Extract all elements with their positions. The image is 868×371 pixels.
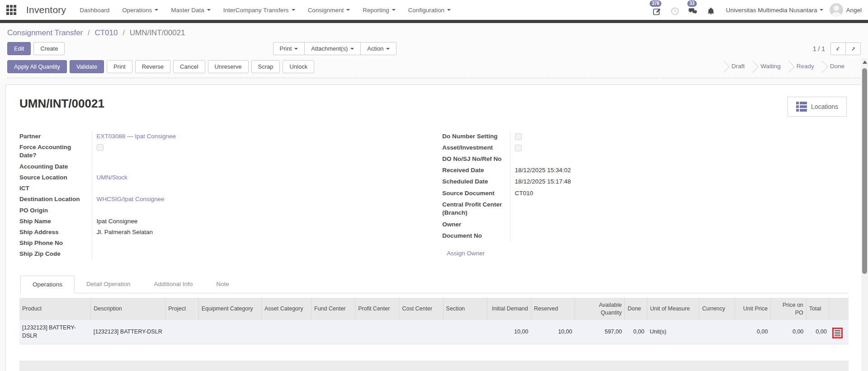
field-ship-phone: Ship Phone No — [19, 238, 434, 249]
field-destination-location: Destination Location WHCSIG/Ipat Consign… — [19, 194, 434, 205]
do-no-value — [510, 154, 724, 165]
field-ship-name: Ship Name Ipat Consignee — [19, 216, 434, 227]
action-dropdown-button[interactable]: Action — [360, 42, 396, 55]
tab-additional-info[interactable]: Additional Info — [142, 276, 205, 293]
tab-detail-operation[interactable]: Detail Operation — [75, 276, 142, 293]
menu-intercompany-transfers[interactable]: InterCompany Transfers — [223, 7, 295, 14]
cell-currency[interactable] — [699, 320, 735, 344]
field-accounting-date: Accounting Date — [19, 161, 434, 172]
table-row[interactable]: [1232123] BATTERY-DSLR [1232123] BATTERY… — [19, 320, 849, 344]
tab-operations[interactable]: Operations — [20, 276, 75, 293]
col-project[interactable]: Project — [165, 298, 198, 320]
scrollbar-thumb[interactable] — [862, 68, 867, 274]
col-fund-center[interactable]: Fund Center — [311, 298, 355, 320]
navbar-bottom-strip — [0, 20, 868, 23]
control-panel: Consignment Transfer / CT010 / UMN/INT/0… — [0, 23, 868, 78]
col-total[interactable]: Total — [806, 298, 829, 320]
col-currency[interactable]: Currency — [699, 298, 735, 320]
partner-link[interactable]: EXT03088 — Ipat Consignee — [92, 131, 434, 142]
company-switcher[interactable]: Universitas Multimedia Nusantara — [726, 7, 824, 14]
edit-button[interactable]: Edit — [7, 42, 31, 55]
col-asset-category[interactable]: Asset Category — [262, 298, 311, 320]
assign-owner-link[interactable]: Assign Owner — [447, 249, 485, 258]
cell-profit-center[interactable] — [355, 320, 399, 344]
menu-configuration[interactable]: Configuration — [408, 7, 451, 14]
pager-next-button[interactable] — [845, 42, 861, 55]
menu-reporting[interactable]: Reporting — [363, 7, 396, 14]
apps-menu-icon[interactable] — [6, 5, 16, 15]
cell-initial-demand[interactable]: 10,00 — [487, 320, 531, 344]
compose-message-icon[interactable]: 378 — [651, 4, 663, 16]
col-unit-of-measure[interactable]: Unit of Measure — [647, 298, 699, 320]
messages-icon[interactable]: 33 — [687, 4, 699, 16]
breadcrumb-ct010[interactable]: CT010 — [94, 28, 118, 37]
source-document-value: CT010 — [510, 188, 724, 199]
cell-total[interactable]: 0,00 — [806, 320, 829, 344]
breadcrumb-consignment-transfer[interactable]: Consignment Transfer — [7, 28, 83, 37]
unlock-button[interactable]: Unlock — [283, 60, 314, 73]
chevron-down-icon — [155, 9, 158, 11]
col-product[interactable]: Product — [19, 298, 91, 320]
field-document-no: Document No — [442, 230, 724, 242]
cancel-button[interactable]: Cancel — [173, 60, 205, 73]
create-button[interactable]: Create — [33, 42, 65, 55]
cell-asset-category[interactable] — [262, 320, 311, 344]
cell-unit-price[interactable]: 0,00 — [735, 320, 771, 344]
field-do-number-setting: Do Number Setting — [442, 131, 724, 142]
scrap-button[interactable]: Scrap — [251, 60, 280, 73]
col-available-quantity[interactable]: Available Quantity — [575, 298, 625, 320]
row-detail-highlighted-button[interactable] — [832, 328, 843, 338]
cell-equipment-category[interactable] — [198, 320, 261, 344]
cell-project[interactable] — [165, 320, 198, 344]
col-reserved[interactable]: Reserved — [531, 298, 575, 320]
vertical-scrollbar[interactable] — [861, 58, 868, 371]
notifications-bell-icon[interactable] — [705, 4, 717, 16]
force-accounting-date-checkbox[interactable] — [97, 144, 104, 151]
attachments-dropdown-button[interactable]: Attachment(s) — [304, 42, 361, 55]
reverse-button[interactable]: Reverse — [135, 60, 170, 73]
col-unit-price[interactable]: Unit Price — [735, 298, 771, 320]
cell-price-on-po[interactable]: 0,00 — [770, 320, 806, 344]
menu-operations[interactable]: Operations — [122, 7, 158, 14]
col-section[interactable]: Section — [443, 298, 487, 320]
print-dropdown-button[interactable]: Print — [273, 42, 305, 55]
col-cost-center[interactable]: Cost Center — [399, 298, 443, 320]
source-location-link[interactable]: UMN/Stock — [92, 172, 434, 183]
scroll-up-arrow-icon[interactable] — [863, 61, 867, 64]
cell-product[interactable]: [1232123] BATTERY-DSLR — [19, 320, 91, 344]
locations-button[interactable]: Locations — [788, 97, 847, 117]
col-done[interactable]: Done — [625, 298, 647, 320]
cell-fund-center[interactable] — [311, 320, 355, 344]
validate-button[interactable]: Validate — [70, 60, 104, 73]
destination-location-link[interactable]: WHCSIG/Ipat Consignee — [92, 194, 434, 205]
owner-value — [510, 219, 724, 230]
cell-description[interactable]: [1232123] BATTERY-DSLR — [91, 320, 165, 344]
unreserve-button[interactable]: Unreserve — [208, 60, 249, 73]
col-price-on-po[interactable]: Price on PO — [770, 298, 806, 320]
cell-unit-of-measure[interactable]: Unit(s) — [647, 320, 699, 344]
cell-section[interactable] — [443, 320, 487, 344]
pager-previous-button[interactable] — [830, 42, 846, 55]
document-no-value — [510, 230, 724, 242]
field-source-document: Source Document CT010 — [442, 188, 724, 199]
apply-all-quantity-button[interactable]: Apply All Quantity — [7, 60, 67, 73]
col-equipment-category[interactable]: Equipment Category — [198, 298, 261, 320]
cell-cost-center[interactable] — [399, 320, 443, 344]
do-number-setting-checkbox[interactable] — [515, 133, 522, 140]
activities-clock-icon[interactable] — [669, 4, 681, 16]
menu-master-data[interactable]: Master Data — [171, 7, 211, 14]
col-initial-demand[interactable]: Initial Demand — [487, 298, 531, 320]
po-origin-value — [92, 205, 434, 216]
tab-note[interactable]: Note — [204, 276, 241, 293]
menu-consignment[interactable]: Consignment — [308, 7, 350, 14]
cell-available-quantity[interactable]: 597,00 — [575, 320, 625, 344]
col-description[interactable]: Description — [91, 298, 165, 320]
cell-reserved[interactable]: 10,00 — [531, 320, 575, 344]
col-profit-center[interactable]: Profit Center — [355, 298, 399, 320]
cell-done[interactable]: 0,00 — [625, 320, 647, 344]
menu-dashboard[interactable]: Dashboard — [80, 7, 109, 14]
field-partner: Partner EXT03088 — Ipat Consignee — [19, 131, 434, 142]
user-menu[interactable]: Angel — [830, 3, 862, 17]
print-button[interactable]: Print — [107, 60, 132, 73]
asset-investment-checkbox[interactable] — [515, 145, 522, 151]
